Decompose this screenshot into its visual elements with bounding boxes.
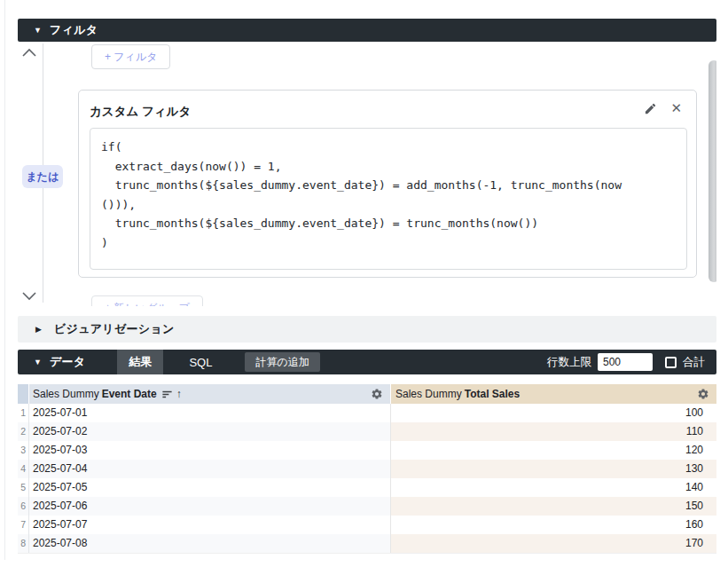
cell-total-sales[interactable]: 150 [390, 497, 716, 516]
table-row: 5 2025-07-05 140 [18, 478, 716, 497]
table-row: 2 2025-07-02 110 [18, 422, 716, 441]
cell-event-date[interactable]: 2025-07-08 [29, 534, 390, 553]
cell-event-date[interactable]: 2025-07-01 [29, 404, 390, 422]
table-row: 1 2025-07-01 100 [18, 404, 716, 422]
panel-edge-divider [4, 0, 5, 560]
column-field-name: Event Date [102, 388, 157, 400]
column-field-name: Total Sales [465, 388, 520, 400]
row-limit-input[interactable] [598, 353, 653, 371]
filter-panel-scrollbar[interactable] [708, 60, 716, 282]
filter-section-title: フィルタ [50, 22, 98, 38]
filter-panel: または + フィルタ カスタム フィルタ ✕ if( extract_days(… [18, 42, 716, 306]
tab-results[interactable]: 結果 [117, 350, 163, 374]
collapse-triangle-icon: ▼ [34, 27, 42, 35]
cell-event-date[interactable]: 2025-07-03 [29, 441, 390, 460]
cell-event-date[interactable]: 2025-07-06 [29, 497, 390, 516]
cell-total-sales[interactable]: 160 [390, 516, 716, 534]
cell-total-sales[interactable]: 100 [390, 404, 716, 422]
results-table: Sales Dummy Event Date ↑ Sales Dummy Tot… [18, 384, 716, 554]
data-section-title: データ [50, 354, 86, 370]
column-header-total-sales[interactable]: Sales Dummy Total Sales [390, 384, 716, 404]
data-bar-controls: 行数上限 合計 [547, 353, 716, 371]
row-number: 1 [18, 404, 29, 422]
cell-total-sales[interactable]: 170 [390, 534, 716, 553]
cell-total-sales[interactable]: 130 [390, 460, 716, 478]
row-number: 2 [18, 422, 29, 441]
column-header-event-date[interactable]: Sales Dummy Event Date ↑ [29, 384, 390, 404]
gear-icon[interactable] [697, 388, 709, 400]
collapse-triangle-icon[interactable]: ▼ [34, 358, 42, 366]
expand-triangle-icon: ▶ [35, 326, 42, 334]
table-body: 1 2025-07-01 100 2 2025-07-02 110 3 2025… [18, 404, 716, 553]
cell-total-sales[interactable]: 110 [390, 422, 716, 441]
row-number: 4 [18, 460, 29, 478]
tab-sql[interactable]: SQL [177, 350, 223, 374]
new-group-button[interactable]: + 新しいグループ [91, 295, 203, 306]
explore-page: ▼ フィルタ または + フィルタ カスタム フィルタ ✕ if( extrac… [18, 0, 716, 567]
table-row: 8 2025-07-08 170 [18, 534, 716, 553]
custom-filter-title: カスタム フィルタ [90, 104, 191, 120]
sort-ascending-icon: ↑ [176, 388, 182, 400]
column-prefix: Sales Dummy [33, 388, 99, 400]
data-section-header: ▼ データ 結果 SQL 計算の追加 行数上限 合計 [18, 350, 716, 374]
column-prefix: Sales Dummy [395, 388, 462, 400]
row-number: 7 [18, 516, 29, 534]
cell-event-date[interactable]: 2025-07-05 [29, 478, 390, 497]
cell-event-date[interactable]: 2025-07-02 [29, 422, 390, 441]
visualization-section-header[interactable]: ▶ ビジュアリゼーション [18, 316, 716, 343]
table-header-row: Sales Dummy Event Date ↑ Sales Dummy Tot… [18, 384, 716, 404]
scroll-up-icon[interactable] [19, 46, 40, 59]
table-row: 7 2025-07-07 160 [18, 516, 716, 534]
table-row: 4 2025-07-04 130 [18, 460, 716, 478]
custom-filter-code[interactable]: if( extract_days(now()) = 1, trunc_month… [90, 128, 687, 270]
scroll-down-icon[interactable] [19, 290, 40, 303]
cell-total-sales[interactable]: 140 [390, 478, 716, 497]
table-row: 6 2025-07-06 150 [18, 497, 716, 516]
filter-section-header[interactable]: ▼ フィルタ [18, 19, 716, 42]
row-limit-label: 行数上限 [547, 355, 591, 370]
row-number-header-cell [18, 384, 29, 404]
gear-icon[interactable] [371, 388, 383, 400]
table-row: 3 2025-07-03 120 [18, 441, 716, 460]
cell-total-sales[interactable]: 120 [390, 441, 716, 460]
custom-filter-card: カスタム フィルタ ✕ if( extract_days(now()) = 1,… [78, 90, 697, 278]
totals-label: 合計 [683, 355, 705, 370]
filter-list-icon [161, 389, 173, 400]
add-filter-button[interactable]: + フィルタ [91, 44, 170, 69]
cell-event-date[interactable]: 2025-07-04 [29, 460, 390, 478]
row-number: 6 [18, 497, 29, 516]
close-icon[interactable]: ✕ [670, 100, 682, 116]
row-number: 3 [18, 441, 29, 460]
edit-pencil-icon[interactable] [644, 102, 657, 115]
or-operator-badge[interactable]: または [22, 165, 63, 188]
visualization-section-title: ビジュアリゼーション [54, 321, 175, 337]
cell-event-date[interactable]: 2025-07-07 [29, 516, 390, 534]
add-calculation-button[interactable]: 計算の追加 [245, 352, 319, 372]
totals-checkbox[interactable] [665, 357, 677, 368]
row-number: 5 [18, 478, 29, 497]
row-number: 8 [18, 534, 29, 553]
